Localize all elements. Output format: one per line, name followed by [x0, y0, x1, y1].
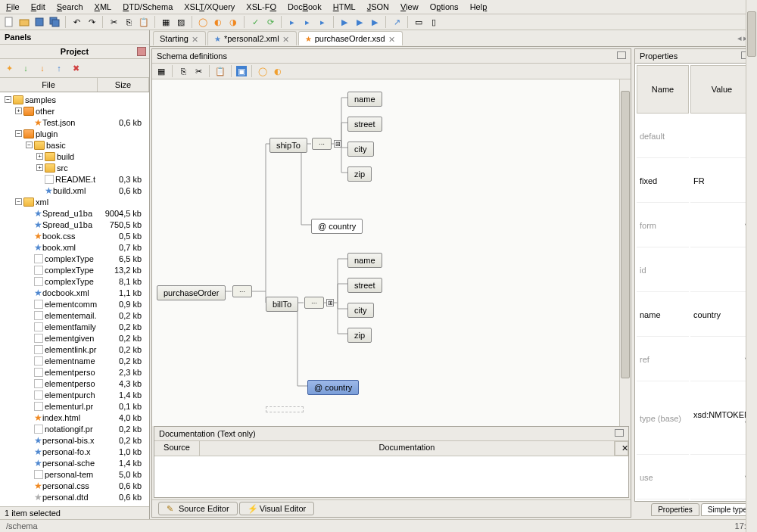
property-row[interactable]: use▼: [637, 456, 753, 499]
tree-row[interactable]: −xml: [2, 196, 148, 207]
menu-xslt[interactable]: XSLT/XQuery: [184, 2, 235, 11]
editor-tab[interactable]: ★*personal2.xml✕: [207, 31, 297, 45]
node-purchaseorder[interactable]: purchaseOrder: [157, 285, 226, 300]
menu-edit[interactable]: Edit: [31, 2, 45, 11]
tree-row[interactable]: complexType6,5 kb: [2, 253, 148, 264]
node-country-selected[interactable]: @ country: [307, 380, 359, 395]
save-icon[interactable]: [33, 16, 45, 28]
expand-icon[interactable]: +: [36, 153, 43, 160]
tree-row[interactable]: ★personal.css0,6 kb: [2, 480, 148, 491]
blue3-icon[interactable]: ▸: [316, 16, 329, 28]
tree-row[interactable]: notationgif.pr0,2 kb: [2, 423, 148, 434]
menu-file[interactable]: File: [6, 2, 20, 11]
prop-value[interactable]: FR: [690, 160, 753, 203]
proj-up-icon[interactable]: ↑: [53, 62, 65, 74]
property-row[interactable]: namecountry: [637, 294, 753, 337]
blue1-icon[interactable]: ▸: [286, 16, 298, 28]
sch-o2-icon[interactable]: ◐: [272, 65, 284, 77]
sequence-box[interactable]: ⋯: [232, 285, 252, 297]
property-row[interactable]: form▼: [637, 204, 753, 247]
prop-value[interactable]: ▼: [690, 338, 753, 381]
project-close-icon[interactable]: [137, 47, 146, 56]
tree-row[interactable]: ★docbook.xml1,1 kb: [2, 287, 148, 298]
open-icon[interactable]: [18, 16, 30, 28]
expand-icon[interactable]: +: [15, 107, 22, 114]
property-row[interactable]: id: [637, 249, 753, 292]
menu-dtd[interactable]: DTD/Schema: [123, 2, 173, 11]
node-country-attr[interactable]: @ country: [311, 219, 363, 234]
o2-icon[interactable]: ◐: [212, 16, 224, 28]
property-row[interactable]: type (base)xsd:NMTOKEN▼: [637, 383, 753, 455]
node-name[interactable]: name: [347, 253, 382, 268]
tree-row[interactable]: ★personal.dtd0,6 kb: [2, 491, 148, 502]
collapse-icon[interactable]: −: [26, 142, 33, 148]
tree-row[interactable]: ★Test.json0,6 kb: [2, 117, 148, 128]
tree-row[interactable]: elementcomm0,9 kb: [2, 298, 148, 310]
menu-xml[interactable]: XML: [95, 2, 112, 11]
property-row[interactable]: default: [637, 115, 753, 158]
doc-body[interactable]: [154, 456, 628, 497]
paste-icon[interactable]: 📋: [138, 16, 150, 28]
property-row[interactable]: fixedFR: [637, 160, 753, 203]
refresh-icon[interactable]: ⟳: [264, 16, 276, 28]
proj-next-icon[interactable]: ↓: [36, 62, 48, 74]
node-city[interactable]: city: [347, 303, 374, 318]
tab-close-icon[interactable]: ✕: [192, 35, 199, 42]
editor-tab[interactable]: ★purchaseOrder.xsd✕: [298, 31, 403, 45]
redo-icon[interactable]: ↷: [86, 16, 98, 28]
tool2-icon[interactable]: ▨: [175, 16, 187, 28]
tree-row[interactable]: elementemail.0,2 kb: [2, 310, 148, 321]
tree-row[interactable]: elementfamily0,2 kb: [2, 321, 148, 332]
rect2-icon[interactable]: ▯: [428, 16, 440, 28]
menu-search[interactable]: Search: [57, 2, 83, 11]
prop-value[interactable]: [690, 249, 753, 292]
run2-icon[interactable]: ▶: [354, 16, 366, 28]
schema-minimize-icon[interactable]: [617, 51, 626, 59]
tree-row[interactable]: ★personal-fo.x1,0 kb: [2, 446, 148, 457]
tab-close-icon[interactable]: ✕: [282, 35, 290, 42]
proj-delete-icon[interactable]: ✖: [70, 62, 82, 74]
check-icon[interactable]: ✓: [249, 16, 261, 28]
arrow-icon[interactable]: ↗: [391, 16, 403, 28]
sequence-box[interactable]: ⋯: [312, 138, 332, 150]
tree-row[interactable]: +build: [2, 151, 148, 162]
rect1-icon[interactable]: ▭: [413, 16, 425, 28]
tree-row[interactable]: ★Spread_u1ba9004,5 kb: [2, 207, 148, 219]
tab-visual-editor[interactable]: ⚡ Visual Editor: [239, 502, 315, 515]
prop-value[interactable]: ▼: [690, 204, 753, 247]
sch-copy-icon[interactable]: ⎘: [177, 65, 189, 77]
node-street[interactable]: street: [347, 278, 382, 293]
sch-cut-icon[interactable]: ✂: [192, 65, 204, 77]
menu-options[interactable]: Options: [430, 2, 459, 11]
tree-row[interactable]: −plugin: [2, 128, 148, 139]
tree-row[interactable]: ★personal-bis.x0,2 kb: [2, 434, 148, 446]
tree-row[interactable]: elementperso4,3 kb: [2, 378, 148, 389]
grid-icon[interactable]: ▦: [155, 65, 167, 77]
sch-paste-icon[interactable]: 📋: [214, 65, 226, 77]
tree-row[interactable]: ★book.xml0,7 kb: [2, 241, 148, 253]
o3-icon[interactable]: ◑: [227, 16, 239, 28]
prop-value[interactable]: [690, 115, 753, 158]
tree-row[interactable]: elementperso2,3 kb: [2, 366, 148, 378]
tree-row[interactable]: ★build.xml0,6 kb: [2, 185, 148, 196]
tab-prev-icon[interactable]: ◂: [737, 33, 742, 43]
tree-row[interactable]: ★book.css0,5 kb: [2, 230, 148, 241]
copy-icon[interactable]: ⎘: [123, 16, 135, 28]
tree-row[interactable]: ★index.html4,0 kb: [2, 412, 148, 423]
canvas-scrollbar[interactable]: [619, 79, 631, 426]
tree-row[interactable]: personal-tem5,0 kb: [2, 468, 148, 480]
node-city[interactable]: city: [347, 142, 374, 157]
node-zip[interactable]: zip: [347, 328, 372, 343]
o1-icon[interactable]: ◯: [197, 16, 209, 28]
tree-row[interactable]: −samples: [2, 94, 148, 105]
tree-row[interactable]: elementurl.pr0,1 kb: [2, 400, 148, 412]
expand-icon[interactable]: ⊞: [326, 299, 334, 306]
tree-row[interactable]: README.t0,3 kb: [2, 173, 148, 185]
collapse-icon[interactable]: −: [5, 96, 11, 103]
tree-row[interactable]: elementname0,2 kb: [2, 355, 148, 366]
prop-value[interactable]: country: [690, 294, 753, 337]
collapse-icon[interactable]: −: [15, 130, 22, 137]
menu-html[interactable]: HTML: [333, 2, 356, 11]
node-shipto[interactable]: shipTo: [269, 138, 307, 153]
tree-row[interactable]: −basic: [2, 139, 148, 151]
